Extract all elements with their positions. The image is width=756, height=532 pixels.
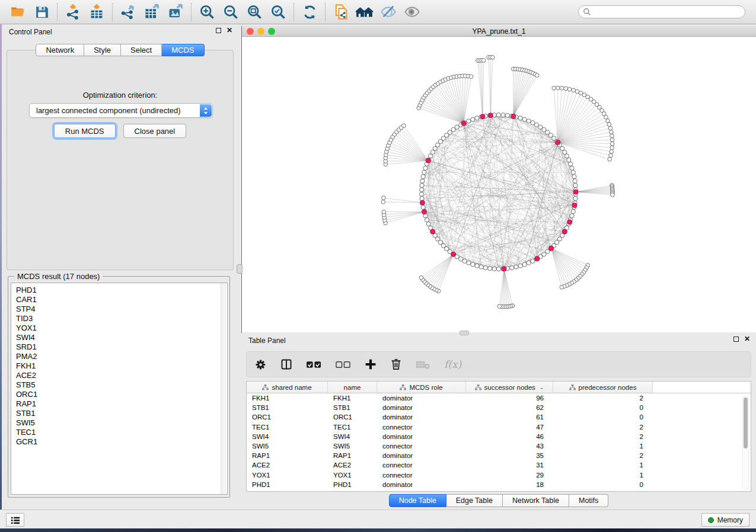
- network-node[interactable]: [570, 214, 574, 218]
- mcds-result-item[interactable]: STB5: [16, 380, 227, 390]
- network-node[interactable]: [610, 142, 614, 146]
- float-panel-icon[interactable]: [216, 28, 221, 33]
- mcds-dominator-node[interactable]: [502, 267, 506, 271]
- network-node[interactable]: [428, 154, 432, 158]
- network-node[interactable]: [607, 123, 611, 127]
- network-node[interactable]: [570, 166, 574, 170]
- network-node[interactable]: [496, 113, 500, 117]
- network-node[interactable]: [467, 261, 471, 265]
- mcds-dominator-node[interactable]: [488, 113, 493, 118]
- network-node[interactable]: [419, 275, 423, 280]
- network-node[interactable]: [573, 179, 577, 183]
- mcds-result-item[interactable]: SRD1: [16, 342, 227, 352]
- network-node[interactable]: [567, 87, 572, 91]
- network-node[interactable]: [560, 286, 564, 290]
- network-node[interactable]: [492, 267, 496, 271]
- network-node[interactable]: [479, 265, 483, 269]
- table-row[interactable]: STB1STB1dominator620: [247, 403, 751, 412]
- network-node[interactable]: [382, 196, 386, 200]
- zoom-fit-icon[interactable]: [243, 2, 266, 22]
- table-row[interactable]: PHD1PHD1dominator180: [247, 480, 751, 489]
- column-header-MCDS-role[interactable]: MCDS role: [377, 382, 466, 393]
- column-header-predecessor-nodes[interactable]: predecessor nodes: [553, 382, 653, 393]
- memory-button[interactable]: Memory: [701, 513, 749, 527]
- save-session-icon[interactable]: [30, 2, 53, 22]
- network-node[interactable]: [527, 261, 531, 265]
- network-node[interactable]: [402, 124, 406, 128]
- network-node[interactable]: [567, 158, 571, 162]
- network-node[interactable]: [575, 89, 579, 94]
- network-node[interactable]: [475, 264, 479, 268]
- network-node[interactable]: [514, 265, 518, 269]
- network-node[interactable]: [556, 86, 560, 90]
- mcds-dominator-node[interactable]: [451, 252, 456, 257]
- mcds-app-icon[interactable]: [353, 2, 377, 22]
- network-node[interactable]: [467, 119, 471, 123]
- network-node[interactable]: [462, 259, 467, 263]
- mcds-dominator-node[interactable]: [556, 140, 560, 145]
- tab-style[interactable]: Style: [84, 44, 121, 56]
- import-table-icon[interactable]: [85, 2, 109, 22]
- mcds-result-item[interactable]: GCR1: [16, 437, 227, 447]
- network-node[interactable]: [531, 259, 535, 263]
- network-node[interactable]: [573, 197, 578, 201]
- network-node[interactable]: [571, 209, 575, 213]
- network-node[interactable]: [569, 162, 573, 166]
- mcds-dominator-node[interactable]: [549, 246, 554, 251]
- network-node[interactable]: [573, 183, 578, 187]
- tab-network[interactable]: Network: [36, 44, 84, 56]
- deselect-all-icon[interactable]: [336, 361, 350, 368]
- network-node[interactable]: [420, 179, 425, 183]
- network-node[interactable]: [420, 197, 424, 201]
- show-panels-button[interactable]: [6, 513, 24, 527]
- mcds-result-item[interactable]: SWI4: [16, 333, 227, 342]
- network-node[interactable]: [497, 305, 502, 309]
- mcds-result-list[interactable]: PHD1CAR1STP4TID3YOX1SWI4SRD1PMA2FKH1ACE2…: [11, 283, 228, 495]
- network-node[interactable]: [535, 73, 540, 78]
- add-column-icon[interactable]: [365, 358, 377, 370]
- mcds-result-item[interactable]: PMA2: [16, 352, 227, 361]
- zoom-in-icon[interactable]: [195, 2, 219, 22]
- network-node[interactable]: [560, 146, 564, 150]
- network-node[interactable]: [608, 158, 612, 162]
- network-node[interactable]: [611, 193, 615, 197]
- mcds-dominator-node[interactable]: [573, 190, 578, 194]
- table-scrollbar-thumb[interactable]: [744, 398, 748, 448]
- export-image-icon[interactable]: [164, 2, 187, 22]
- network-node[interactable]: [522, 117, 527, 121]
- network-canvas[interactable]: [242, 37, 756, 332]
- network-node[interactable]: [518, 264, 522, 268]
- mcds-dominator-node[interactable]: [511, 114, 516, 118]
- network-node[interactable]: [430, 150, 435, 154]
- gear-icon[interactable]: [255, 359, 266, 370]
- mcds-result-item[interactable]: CAR1: [16, 295, 227, 305]
- close-panel-icon[interactable]: ✕: [227, 28, 232, 33]
- network-node[interactable]: [572, 88, 576, 92]
- mcds-dominator-node[interactable]: [422, 210, 426, 214]
- column-header-shared-name[interactable]: shared name: [247, 382, 328, 393]
- network-node[interactable]: [423, 166, 428, 170]
- network-node[interactable]: [421, 205, 425, 209]
- table-row[interactable]: SWI5SWI5connector431: [247, 441, 751, 451]
- refresh-layout-icon[interactable]: [298, 2, 321, 22]
- network-node[interactable]: [420, 188, 424, 192]
- network-node[interactable]: [426, 222, 430, 226]
- network-node[interactable]: [422, 170, 426, 174]
- mcds-dominator-node[interactable]: [461, 121, 466, 126]
- hide-selected-icon[interactable]: [377, 2, 400, 22]
- network-node[interactable]: [610, 130, 614, 134]
- network-node[interactable]: [455, 125, 459, 129]
- network-node[interactable]: [527, 119, 531, 123]
- zoom-selected-icon[interactable]: [266, 2, 290, 22]
- zoom-out-icon[interactable]: [219, 2, 243, 22]
- network-node[interactable]: [564, 154, 569, 158]
- network-node[interactable]: [610, 134, 614, 138]
- table-scrollbar[interactable]: [742, 396, 749, 489]
- network-node[interactable]: [610, 146, 614, 150]
- mcds-list-scrollbar[interactable]: [221, 283, 226, 494]
- network-node[interactable]: [421, 175, 425, 179]
- table-row[interactable]: SWI4SWI4dominator462: [247, 432, 751, 441]
- mcds-result-item[interactable]: ORC1: [16, 390, 227, 399]
- network-node[interactable]: [534, 123, 538, 127]
- export-network-icon[interactable]: [116, 2, 140, 22]
